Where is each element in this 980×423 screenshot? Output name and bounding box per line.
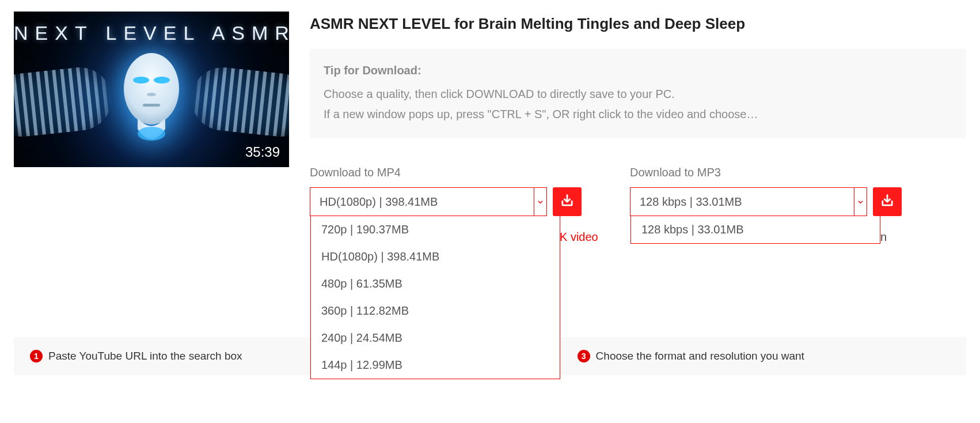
mp3-section: Download to MP3 128 kbps | 33.01MB 128 k… (630, 166, 902, 216)
mp4-label: Download to MP4 (310, 166, 582, 179)
mp4-section: Download to MP4 HD(1080p) | 398.41MB 720… (310, 166, 582, 216)
download-icon (559, 192, 575, 211)
tip-box: Tip for Download: Choose a quality, then… (310, 49, 966, 138)
mp4-peek-text: K video (560, 231, 611, 244)
thumb-face-icon (117, 48, 186, 154)
mp4-option[interactable]: 144p | 12.99MB (311, 352, 560, 379)
svg-point-2 (154, 77, 170, 84)
svg-point-0 (124, 53, 179, 124)
chevron-down-icon[interactable] (854, 188, 867, 216)
mp4-download-button[interactable] (553, 187, 582, 216)
video-thumbnail[interactable]: NEXT LEVEL ASMR 35:39 (14, 12, 289, 167)
svg-rect-4 (143, 104, 160, 107)
tip-heading: Tip for Download: (324, 61, 952, 81)
mp4-option[interactable]: 360p | 112.82MB (311, 297, 560, 324)
thumb-decoration (14, 64, 115, 139)
mp4-option[interactable]: 720p | 190.37MB (311, 216, 560, 243)
mp3-download-button[interactable] (873, 187, 902, 216)
svg-point-3 (147, 93, 156, 96)
mp4-quality-select[interactable]: HD(1080p) | 398.41MB 720p | 190.37MB HD(… (310, 187, 547, 216)
mp4-option[interactable]: HD(1080p) | 398.41MB (311, 243, 560, 270)
chevron-down-icon[interactable] (534, 188, 546, 216)
mp4-selected-value: HD(1080p) | 398.41MB (310, 195, 534, 209)
tip-line: Choose a quality, then click DOWNLOAD to… (324, 84, 952, 104)
step-badge: 3 (578, 350, 590, 362)
step-3: 3 Choose the format and resolution you w… (578, 350, 804, 362)
svg-point-1 (133, 77, 149, 84)
mp4-option[interactable]: 240p | 24.54MB (311, 324, 560, 352)
mp4-option[interactable]: 480p | 61.35MB (311, 270, 560, 297)
video-duration: 35:39 (245, 144, 280, 160)
download-icon (879, 192, 895, 211)
step-text: Choose the format and resolution you wan… (596, 350, 804, 362)
mp3-quality-select[interactable]: 128 kbps | 33.01MB 128 kbps | 33.01MB (630, 187, 867, 216)
mp3-option[interactable]: 128 kbps | 33.01MB (631, 216, 880, 243)
step-badge: 1 (30, 350, 43, 362)
mp4-dropdown: 720p | 190.37MB HD(1080p) | 398.41MB 480… (310, 216, 560, 379)
mp3-selected-value: 128 kbps | 33.01MB (630, 195, 854, 209)
mp3-dropdown: 128 kbps | 33.01MB (630, 216, 880, 244)
step-text: Paste YouTube URL into the search box (48, 350, 242, 362)
tip-line: If a new window pops up, press "CTRL + S… (324, 104, 952, 124)
mp3-label: Download to MP3 (630, 166, 902, 179)
step-1: 1 Paste YouTube URL into the search box (30, 350, 242, 362)
svg-point-5 (138, 127, 165, 141)
thumb-overlay-title: NEXT LEVEL ASMR (14, 22, 289, 44)
thumb-decoration (188, 64, 289, 139)
video-title: ASMR NEXT LEVEL for Brain Melting Tingle… (310, 15, 966, 33)
mp3-peek-text: n (880, 231, 887, 244)
